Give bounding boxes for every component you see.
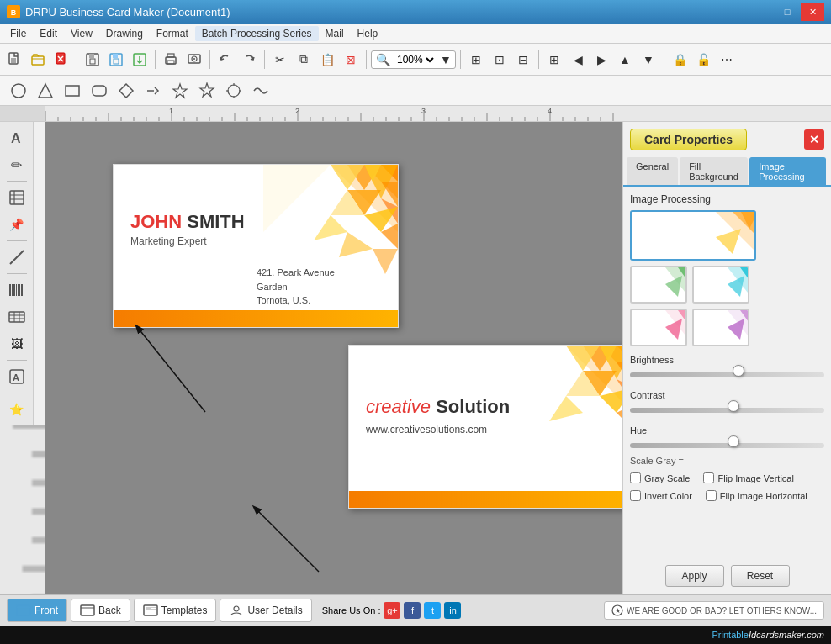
nav-right-button[interactable]: ▶: [590, 49, 612, 71]
reset-button[interactable]: Reset: [731, 565, 790, 587]
nav-up-button[interactable]: ▲: [614, 49, 636, 71]
book-button[interactable]: [4, 185, 29, 210]
open-button[interactable]: [27, 49, 49, 71]
preview-button[interactable]: [183, 49, 205, 71]
zoom-out-button[interactable]: 🔍: [375, 52, 390, 67]
svg-rect-112: [17, 605, 30, 615]
tab-general[interactable]: General: [627, 157, 678, 185]
cut-button[interactable]: ✂: [269, 49, 291, 71]
feedback-box[interactable]: ★ WE ARE GOOD OR BAD? LET OTHERS KNOW...: [604, 601, 824, 620]
menu-mail[interactable]: Mail: [319, 26, 351, 41]
print-button[interactable]: [160, 49, 182, 71]
tab-back[interactable]: Back: [71, 599, 130, 622]
triangle-shape-button[interactable]: [34, 79, 57, 103]
facebook-icon[interactable]: f: [404, 602, 421, 619]
text2-button[interactable]: A: [4, 364, 29, 389]
zoom-select[interactable]: 100%50%75%125%150%: [394, 53, 437, 66]
gray-scale-input[interactable]: [630, 472, 641, 483]
tab-fill-background[interactable]: Fill Background: [680, 157, 748, 185]
lock-button[interactable]: 🔒: [669, 49, 691, 71]
delete-button[interactable]: ⊠: [340, 49, 362, 71]
new-button[interactable]: [3, 49, 25, 71]
brightness-slider-container[interactable]: [630, 368, 824, 382]
twitter-icon[interactable]: t: [424, 602, 441, 619]
thumb-teal[interactable]: [692, 266, 749, 304]
menu-batch[interactable]: Batch Processing Series: [195, 26, 319, 41]
cp-close-button[interactable]: ✕: [804, 129, 824, 150]
contrast-slider-container[interactable]: [630, 404, 824, 417]
text-tool-button[interactable]: A: [4, 125, 29, 150]
invert-color-checkbox[interactable]: Invert Color: [630, 490, 692, 501]
separator7: [538, 50, 539, 69]
circle-shape-button[interactable]: [7, 79, 30, 103]
paint-tool-button[interactable]: ✏: [4, 152, 29, 177]
unlock-button[interactable]: 🔓: [692, 49, 714, 71]
hue-thumb[interactable]: [728, 435, 739, 447]
google-plus-icon[interactable]: g+: [384, 602, 400, 619]
minimize-button[interactable]: —: [750, 3, 774, 21]
flip-vertical-input[interactable]: [703, 472, 714, 483]
zoom-actual-button[interactable]: ⊞: [465, 49, 487, 71]
tab-user-details[interactable]: User Details: [220, 599, 311, 622]
apply-button[interactable]: Apply: [665, 565, 724, 587]
menu-help[interactable]: Help: [351, 26, 385, 41]
tab-image-processing[interactable]: Image Processing: [749, 157, 826, 185]
nav-down-button[interactable]: ▼: [638, 49, 659, 71]
barcode-button[interactable]: [4, 277, 29, 303]
paste-button[interactable]: 📋: [316, 49, 338, 71]
card2[interactable]: creative Solution www.creativesolutions.…: [348, 345, 622, 509]
svg-rect-42: [9, 284, 11, 296]
copy-button[interactable]: ⧉: [293, 49, 315, 71]
close-doc-button[interactable]: [50, 49, 72, 71]
save-as-button[interactable]: [105, 49, 127, 71]
linkedin-icon[interactable]: in: [444, 602, 461, 619]
tab-templates[interactable]: Templates: [134, 599, 217, 622]
separator3: [209, 50, 210, 69]
round-rect-shape-button[interactable]: [87, 79, 111, 103]
close-button[interactable]: ✕: [801, 3, 824, 21]
thumb-purple[interactable]: [692, 309, 749, 346]
menu-format[interactable]: Format: [150, 26, 195, 41]
undo-button[interactable]: [214, 49, 236, 71]
menu-edit[interactable]: Edit: [33, 26, 64, 41]
diamond-shape-button[interactable]: [114, 79, 138, 103]
save-button[interactable]: [82, 49, 103, 71]
card1[interactable]: JOHN SMITH Marketing Expert 421. Peark A…: [113, 164, 399, 328]
more-button[interactable]: ⋯: [716, 49, 738, 71]
image-button[interactable]: 🖼: [4, 331, 29, 356]
menu-view[interactable]: View: [64, 26, 99, 41]
grid-button[interactable]: ⊞: [543, 49, 565, 71]
thumbnail-row2: [630, 266, 824, 304]
thumb-green[interactable]: [630, 266, 687, 304]
nav-left-button[interactable]: ◀: [567, 49, 589, 71]
line-tool-button[interactable]: [4, 245, 29, 270]
star6-shape-button[interactable]: [195, 79, 219, 103]
rect-shape-button[interactable]: [61, 79, 84, 103]
contrast-thumb[interactable]: [728, 400, 739, 412]
flip-horizontal-input[interactable]: [706, 490, 717, 501]
flip-horizontal-checkbox[interactable]: Flip Image Horizontal: [706, 490, 807, 501]
tab-front[interactable]: Front: [7, 599, 67, 622]
burst-shape-button[interactable]: [222, 79, 246, 103]
star-shape-button[interactable]: [168, 79, 192, 103]
hue-slider-container[interactable]: [630, 439, 824, 452]
gray-scale-checkbox[interactable]: Gray Scale: [630, 472, 690, 483]
invert-color-input[interactable]: [630, 490, 641, 501]
wave-shape-button[interactable]: [249, 79, 273, 103]
fit-page-button[interactable]: ⊡: [489, 49, 511, 71]
menu-drawing[interactable]: Drawing: [99, 26, 150, 41]
table-button[interactable]: [4, 304, 29, 330]
arrow-shape-button[interactable]: [141, 79, 165, 103]
import-button[interactable]: [129, 49, 151, 71]
menu-file[interactable]: File: [3, 26, 33, 41]
fit-width-button[interactable]: ⊟: [512, 49, 534, 71]
pin-button[interactable]: 📌: [4, 212, 29, 237]
maximize-button[interactable]: □: [775, 3, 799, 21]
thumb-pink[interactable]: [630, 309, 687, 346]
thumb-original[interactable]: [630, 210, 756, 261]
flip-vertical-checkbox[interactable]: Flip Image Vertical: [703, 472, 793, 483]
canvas-area[interactable]: JOHN SMITH Marketing Expert 421. Peark A…: [45, 122, 622, 594]
zoom-dropdown-button[interactable]: ▼: [440, 54, 452, 66]
redo-button[interactable]: [238, 49, 260, 71]
shape-tool-button[interactable]: ⭐: [4, 397, 29, 422]
